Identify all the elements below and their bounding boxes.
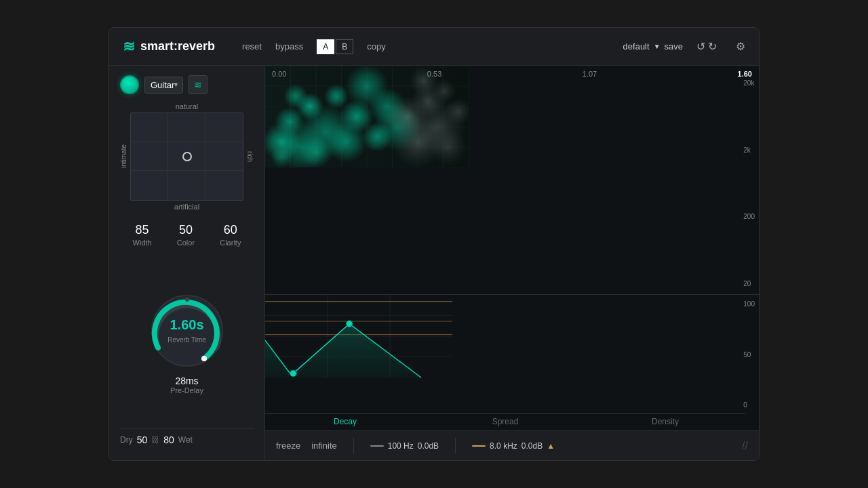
ab-group: A B xyxy=(317,39,353,54)
hi-eq-triangle-icon[interactable]: ▲ xyxy=(547,441,555,451)
lo-eq-item: 100 Hz 0.0dB xyxy=(370,441,439,451)
viz-time-labels: 0.00 0.53 1.07 1.60 xyxy=(265,70,759,78)
lo-eq-group: 100 Hz 0.0dB xyxy=(370,441,439,451)
hi-eq-item: 8.0 kHz 0.0dB ▲ xyxy=(472,441,555,451)
preset-group: default ▼ save xyxy=(623,41,683,52)
pre-delay-value[interactable]: 28ms xyxy=(170,375,203,386)
divider-1 xyxy=(353,438,354,454)
logo-area: ≋ smart:reverb xyxy=(123,38,215,56)
xy-cursor[interactable] xyxy=(182,152,192,161)
bypass-button[interactable]: bypass xyxy=(275,41,303,52)
hi-eq-group: 8.0 kHz 0.0dB ▲ xyxy=(472,441,555,451)
logo-icon: ≋ xyxy=(123,38,135,56)
ab-a-button[interactable]: A xyxy=(317,39,334,54)
instrument-select-wrap[interactable]: Guitar Piano Vocals Drums xyxy=(144,77,183,94)
envelope-canvas xyxy=(265,295,469,396)
main-body: Guitar Piano Vocals Drums ≋ natural inti… xyxy=(109,66,759,460)
xy-label-natural: natural xyxy=(120,102,254,110)
lo-db-value[interactable]: 0.0dB xyxy=(418,441,439,451)
envelope-section[interactable]: 100 50 0 Decay Spread Density xyxy=(265,295,759,430)
left-panel: Guitar Piano Vocals Drums ≋ natural inti… xyxy=(109,66,265,460)
smart-mode-icon: ≋ xyxy=(194,79,202,90)
undo-redo-group: ↺ ↻ xyxy=(696,40,717,53)
knob-row: 85 Width 50 Color 60 Clarity xyxy=(120,223,254,247)
instrument-select[interactable]: Guitar Piano Vocals Drums xyxy=(144,77,183,94)
xy-pad-wrap: intimate rich xyxy=(120,113,254,201)
reverb-visualizer[interactable]: 0.00 0.53 1.07 1.60 20k 2k 200 20 xyxy=(265,66,759,295)
width-label: Width xyxy=(133,239,152,247)
header-controls: reset bypass A B copy default ▼ save ↺ ↻… xyxy=(242,39,745,54)
reverb-time-knob[interactable]: 1.60s Reverb Time xyxy=(146,290,228,371)
clarity-value[interactable]: 60 xyxy=(224,223,237,237)
dry-wet-row: Dry 50 ⛓ 80 Wet xyxy=(120,428,254,451)
save-button[interactable]: save xyxy=(665,41,683,52)
xy-label-artificial: artificial xyxy=(120,203,254,211)
color-value[interactable]: 50 xyxy=(179,223,193,237)
pre-delay-label: Pre-Delay xyxy=(170,386,203,394)
envelope-density-label[interactable]: Density xyxy=(585,413,745,426)
instrument-led xyxy=(120,75,139,94)
watermark: // xyxy=(742,440,748,452)
app-title: smart:reverb xyxy=(140,39,215,54)
width-value[interactable]: 85 xyxy=(136,223,149,237)
env-freq-100: 100 xyxy=(743,300,755,308)
svg-point-1 xyxy=(185,298,189,302)
lo-eq-icon xyxy=(370,445,384,447)
settings-icon[interactable]: ⚙ xyxy=(736,40,745,53)
viz-freq-labels: 20k 2k 200 20 xyxy=(743,66,755,294)
envelope-freq-labels: 100 50 0 xyxy=(743,295,755,414)
hi-khz-value[interactable]: 8.0 kHz xyxy=(490,441,517,451)
header: ≋ smart:reverb reset bypass A B copy def… xyxy=(109,28,759,66)
right-panel: 0.00 0.53 1.07 1.60 20k 2k 200 20 xyxy=(265,66,759,460)
divider-2 xyxy=(455,438,456,454)
env-freq-50: 50 xyxy=(743,351,755,359)
envelope-decay-label[interactable]: Decay xyxy=(265,413,425,426)
reverb-line-svg xyxy=(265,66,469,167)
envelope-section-labels: Decay Spread Density xyxy=(265,413,745,426)
infinite-button[interactable]: infinite xyxy=(311,441,337,451)
bottom-bar: freeze infinite 100 Hz 0.0dB 8.0 kHz xyxy=(265,430,759,460)
freeze-button[interactable]: freeze xyxy=(276,441,300,451)
reverb-time-section: 1.60s Reverb Time 28ms Pre-Delay xyxy=(120,256,254,428)
viz-freq-2k: 2k xyxy=(743,146,755,154)
wet-value[interactable]: 80 xyxy=(163,434,174,445)
color-knob-item: 50 Color xyxy=(177,223,195,247)
smart-mode-button[interactable]: ≋ xyxy=(189,75,208,94)
viz-freq-200: 200 xyxy=(743,213,755,220)
instrument-row: Guitar Piano Vocals Drums ≋ xyxy=(120,75,254,94)
envelope-spread-label[interactable]: Spread xyxy=(425,413,585,426)
viz-freq-20: 20 xyxy=(743,280,755,287)
viz-time-0: 0.00 xyxy=(272,70,286,78)
clarity-label: Clarity xyxy=(220,239,241,247)
copy-button[interactable]: copy xyxy=(367,41,385,52)
hi-eq-icon xyxy=(472,445,486,447)
link-icon[interactable]: ⛓ xyxy=(151,435,159,445)
xy-pad[interactable] xyxy=(130,113,243,201)
width-knob-item: 85 Width xyxy=(133,223,152,247)
undo-button[interactable]: ↺ xyxy=(696,40,705,53)
xy-section: natural intimate rich artificial xyxy=(120,102,254,211)
lo-hz-value[interactable]: 100 Hz xyxy=(388,441,414,451)
pre-delay-row: 28ms Pre-Delay xyxy=(170,375,203,394)
viz-freq-20k: 20k xyxy=(743,79,755,87)
preset-arrow-icon[interactable]: ▼ xyxy=(654,43,660,50)
hi-db-value[interactable]: 0.0dB xyxy=(521,441,542,451)
wet-label: Wet xyxy=(178,435,193,445)
reverb-time-value: 1.60s xyxy=(167,317,206,333)
plugin-window: ≋ smart:reverb reset bypass A B copy def… xyxy=(108,27,760,461)
xy-label-intimate: intimate xyxy=(120,144,127,168)
xy-label-rich: rich xyxy=(246,151,254,162)
knob-center-text: 1.60s Reverb Time xyxy=(167,317,206,345)
ab-b-button[interactable]: B xyxy=(336,39,353,54)
bottom-left-controls: freeze infinite xyxy=(276,441,337,451)
svg-point-2 xyxy=(201,356,207,361)
reverb-time-label: Reverb Time xyxy=(167,336,206,344)
env-freq-0: 0 xyxy=(743,401,755,409)
clarity-knob-item: 60 Clarity xyxy=(220,223,241,247)
viz-time-2: 1.07 xyxy=(583,70,597,78)
dry-label: Dry xyxy=(120,435,133,445)
reset-button[interactable]: reset xyxy=(242,41,262,52)
redo-button[interactable]: ↻ xyxy=(708,40,717,53)
preset-name: default xyxy=(623,41,650,52)
dry-value[interactable]: 50 xyxy=(137,434,148,445)
